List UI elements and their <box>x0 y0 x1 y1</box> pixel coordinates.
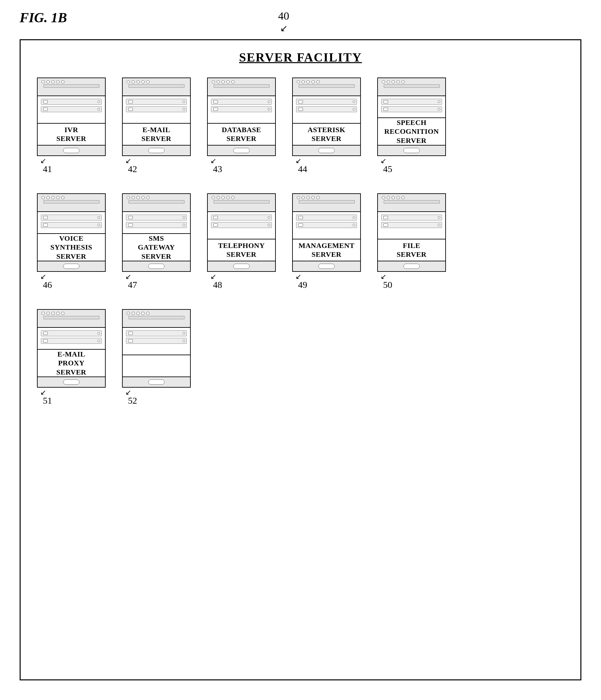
server-item-50: FILE SERVER↙50 <box>374 193 449 290</box>
server-item-43: DATABASE SERVER↙43 <box>204 77 279 174</box>
server-item-52: ↙52 <box>119 309 194 405</box>
server-computer-41: IVR SERVER <box>37 77 106 156</box>
ref-label-45: ↙45 <box>380 157 392 174</box>
server-name-46: VOICE SYNTHESIS SERVER <box>50 234 92 261</box>
server-computer-49: MANAGEMENT SERVER <box>292 193 361 272</box>
server-facility-box: SERVER FACILITY IVR SERVER↙41E-MAIL SERV… <box>20 39 581 680</box>
server-computer-51: E-MAIL PROXY SERVER <box>37 309 106 388</box>
server-name-41: IVR SERVER <box>56 125 86 143</box>
server-name-43: DATABASE SERVER <box>222 125 261 143</box>
facility-title: SERVER FACILITY <box>34 50 567 65</box>
ref-40: 40 ↙ <box>278 10 289 34</box>
ref-label-41: ↙41 <box>40 157 52 174</box>
page: FIG. 1B 40 ↙ SERVER FACILITY IVR SERVER↙… <box>0 0 601 700</box>
server-name-49: MANAGEMENT SERVER <box>298 241 354 259</box>
server-computer-42: E-MAIL SERVER <box>122 77 191 156</box>
server-computer-52 <box>122 309 191 388</box>
figure-label: FIG. 1B <box>20 10 67 26</box>
ref-label-48: ↙48 <box>210 273 222 290</box>
server-name-42: E-MAIL SERVER <box>141 125 171 143</box>
server-item-51: E-MAIL PROXY SERVER↙51 <box>34 309 109 405</box>
ref-label-50: ↙50 <box>380 273 392 290</box>
server-computer-43: DATABASE SERVER <box>207 77 276 156</box>
server-computer-45: SPEECH RECOGNITION SERVER <box>377 77 446 156</box>
server-computer-48: TELEPHONY SERVER <box>207 193 276 272</box>
server-computer-50: FILE SERVER <box>377 193 446 272</box>
server-item-49: MANAGEMENT SERVER↙49 <box>289 193 364 290</box>
server-computer-47: SMS GATEWAY SERVER <box>122 193 191 272</box>
server-name-44: ASTERISK SERVER <box>307 125 345 143</box>
server-item-45: SPEECH RECOGNITION SERVER↙45 <box>374 77 449 174</box>
ref-label-52: ↙52 <box>125 389 137 405</box>
ref-label-47: ↙47 <box>125 273 137 290</box>
server-item-41: IVR SERVER↙41 <box>34 77 109 174</box>
server-name-45: SPEECH RECOGNITION SERVER <box>384 118 439 145</box>
server-name-47: SMS GATEWAY SERVER <box>138 234 175 261</box>
server-name-50: FILE SERVER <box>397 241 426 259</box>
server-computer-46: VOICE SYNTHESIS SERVER <box>37 193 106 272</box>
server-name-48: TELEPHONY SERVER <box>218 241 265 259</box>
server-computer-44: ASTERISK SERVER <box>292 77 361 156</box>
server-row-1: VOICE SYNTHESIS SERVER↙46SMS GATEWAY SER… <box>34 193 567 290</box>
ref-label-49: ↙49 <box>295 273 307 290</box>
server-rows-container: IVR SERVER↙41E-MAIL SERVER↙42DATABASE SE… <box>34 77 567 405</box>
ref-label-44: ↙44 <box>295 157 307 174</box>
server-name-51: E-MAIL PROXY SERVER <box>56 350 86 377</box>
server-row-0: IVR SERVER↙41E-MAIL SERVER↙42DATABASE SE… <box>34 77 567 174</box>
ref-label-42: ↙42 <box>125 157 137 174</box>
server-item-48: TELEPHONY SERVER↙48 <box>204 193 279 290</box>
server-row-2: E-MAIL PROXY SERVER↙51↙52 <box>34 309 567 405</box>
server-item-42: E-MAIL SERVER↙42 <box>119 77 194 174</box>
ref-label-43: ↙43 <box>210 157 222 174</box>
server-item-44: ASTERISK SERVER↙44 <box>289 77 364 174</box>
ref-label-46: ↙46 <box>40 273 52 290</box>
server-item-46: VOICE SYNTHESIS SERVER↙46 <box>34 193 109 290</box>
server-item-47: SMS GATEWAY SERVER↙47 <box>119 193 194 290</box>
ref-label-51: ↙51 <box>40 389 52 405</box>
